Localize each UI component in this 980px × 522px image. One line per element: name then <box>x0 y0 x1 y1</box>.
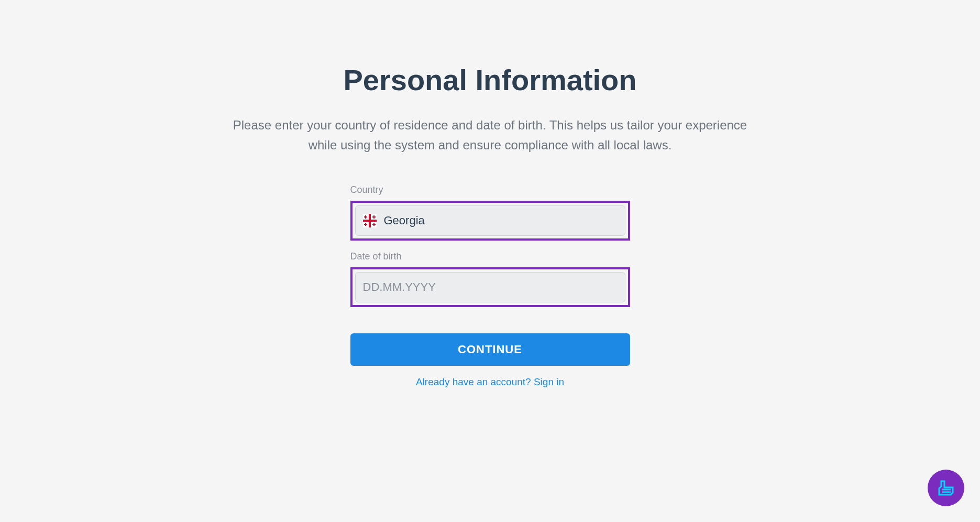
continue-button[interactable]: CONTINUE <box>350 333 630 366</box>
sign-in-link[interactable]: Already have an account? Sign in <box>350 376 630 388</box>
logo-badge[interactable] <box>928 470 964 506</box>
page-title: Personal Information <box>343 63 636 97</box>
page-description: Please enter your country of residence a… <box>228 115 752 156</box>
logo-icon <box>935 477 957 499</box>
georgia-flag-icon <box>363 214 377 227</box>
dob-label: Date of birth <box>350 251 630 262</box>
country-select[interactable]: Georgia <box>355 205 625 236</box>
form-container: Country <box>350 184 630 388</box>
svg-rect-4 <box>364 216 367 218</box>
svg-rect-8 <box>364 224 367 225</box>
country-value: Georgia <box>384 214 425 227</box>
dob-field <box>355 272 625 302</box>
country-field-wrapper: Georgia <box>350 201 630 241</box>
svg-rect-6 <box>372 216 376 218</box>
country-label: Country <box>350 184 630 195</box>
dob-field-wrapper <box>350 267 630 307</box>
svg-rect-2 <box>363 220 377 222</box>
svg-rect-10 <box>372 224 376 225</box>
dob-input[interactable] <box>363 273 618 302</box>
